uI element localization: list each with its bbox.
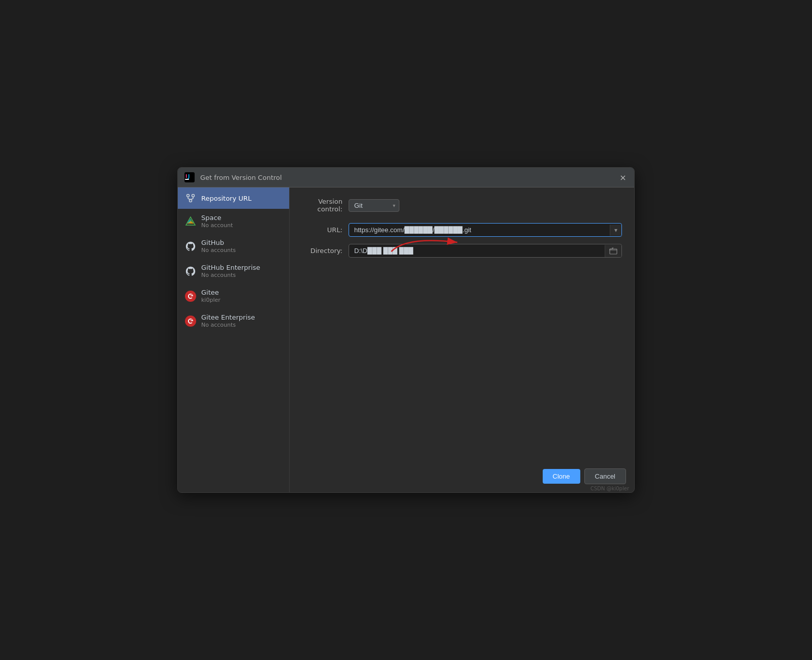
svg-point-4 bbox=[187, 195, 190, 197]
version-control-label: Version control: bbox=[302, 198, 342, 213]
version-control-select[interactable]: Git Mercurial bbox=[349, 199, 399, 212]
sidebar-item-repository-url-label: Repository URL bbox=[201, 195, 252, 202]
sidebar-item-github-enterprise-label: GitHub Enterprise bbox=[201, 264, 260, 271]
space-icon bbox=[185, 216, 196, 227]
directory-input[interactable] bbox=[349, 244, 605, 257]
svg-text:J: J bbox=[188, 174, 190, 179]
url-label: URL: bbox=[302, 226, 342, 234]
directory-input-wrapper bbox=[349, 244, 622, 258]
app-icon: I J bbox=[184, 172, 195, 183]
sidebar-item-space-label: Space bbox=[201, 214, 233, 222]
sidebar-item-github-enterprise[interactable]: GitHub Enterprise No accounts bbox=[178, 259, 289, 284]
dialog-title: Get from Version Control bbox=[200, 174, 613, 181]
url-row: URL: ▾ bbox=[302, 223, 622, 237]
directory-row: Directory: bbox=[302, 244, 622, 258]
svg-line-10 bbox=[191, 199, 193, 200]
dialog-footer: Clone Cancel bbox=[543, 468, 626, 484]
directory-label: Directory: bbox=[302, 247, 342, 255]
gitee-enterprise-icon bbox=[185, 316, 196, 327]
titlebar: I J Get from Version Control × bbox=[178, 168, 634, 187]
svg-point-5 bbox=[192, 195, 195, 197]
version-control-row: Version control: Git Mercurial ▾ bbox=[302, 198, 622, 213]
vcs-icon bbox=[185, 193, 196, 204]
sidebar-item-gitee-sub: ki0pler bbox=[201, 297, 221, 303]
main-panel: Version control: Git Mercurial ▾ URL: ▾ bbox=[290, 187, 634, 492]
url-input-wrapper: ▾ bbox=[349, 223, 622, 237]
svg-text:I: I bbox=[185, 174, 187, 179]
sidebar-item-space[interactable]: Space No account bbox=[178, 209, 289, 234]
sidebar-item-repository-url[interactable]: Repository URL bbox=[178, 187, 289, 209]
url-input[interactable] bbox=[349, 224, 610, 236]
sidebar-item-gitee-enterprise-label: Gitee Enterprise bbox=[201, 313, 255, 321]
cancel-button[interactable]: Cancel bbox=[584, 468, 626, 484]
sidebar-item-gitee[interactable]: Gitee ki0pler bbox=[178, 284, 289, 308]
sidebar-item-gitee-enterprise-sub: No accounts bbox=[201, 322, 255, 328]
sidebar-item-gitee-enterprise[interactable]: Gitee Enterprise No accounts bbox=[178, 308, 289, 333]
close-button[interactable]: × bbox=[618, 172, 628, 182]
github-icon bbox=[185, 241, 196, 252]
clone-button[interactable]: Clone bbox=[543, 469, 580, 484]
sidebar-item-space-sub: No account bbox=[201, 222, 233, 229]
watermark: CSDN @ki0pler bbox=[590, 486, 629, 491]
github-enterprise-icon bbox=[185, 266, 196, 277]
sidebar-item-github-enterprise-sub: No accounts bbox=[201, 272, 260, 278]
gitee-icon bbox=[185, 291, 196, 302]
get-from-vcs-dialog: I J Get from Version Control × bbox=[177, 167, 635, 493]
sidebar: Repository URL Space No account bbox=[178, 187, 290, 492]
svg-line-8 bbox=[188, 199, 191, 200]
svg-rect-1 bbox=[185, 179, 189, 180]
sidebar-item-github-sub: No accounts bbox=[201, 247, 236, 254]
dialog-content: Repository URL Space No account bbox=[178, 187, 634, 492]
directory-browse-button[interactable] bbox=[605, 245, 621, 257]
svg-point-6 bbox=[190, 200, 192, 202]
url-dropdown-button[interactable]: ▾ bbox=[610, 225, 621, 236]
sidebar-item-gitee-label: Gitee bbox=[201, 289, 221, 296]
sidebar-item-github[interactable]: GitHub No accounts bbox=[178, 234, 289, 259]
version-control-select-wrapper: Git Mercurial ▾ bbox=[349, 199, 399, 212]
sidebar-item-github-label: GitHub bbox=[201, 239, 236, 246]
